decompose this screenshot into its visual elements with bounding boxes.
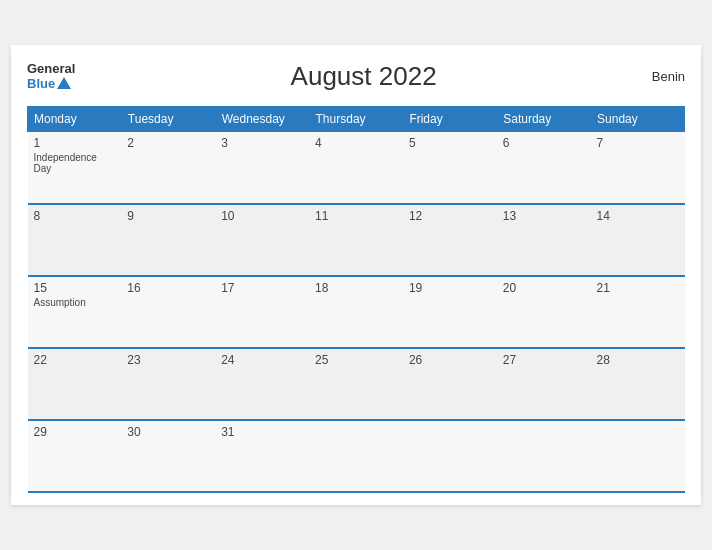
- day-number: 28: [597, 353, 679, 367]
- day-number: 3: [221, 136, 303, 150]
- day-cell: 3: [215, 132, 309, 204]
- day-cell: 5: [403, 132, 497, 204]
- weekday-wednesday: Wednesday: [215, 107, 309, 132]
- day-cell: [497, 420, 591, 492]
- day-number: 11: [315, 209, 397, 223]
- day-number: 27: [503, 353, 585, 367]
- logo-triangle-icon: [57, 77, 71, 89]
- weekday-thursday: Thursday: [309, 107, 403, 132]
- country-label: Benin: [652, 69, 685, 84]
- day-cell: 27: [497, 348, 591, 420]
- weekday-row: Monday Tuesday Wednesday Thursday Friday…: [28, 107, 685, 132]
- day-cell: 29: [28, 420, 122, 492]
- day-cell: [309, 420, 403, 492]
- day-number: 26: [409, 353, 491, 367]
- week-row-5: 293031: [28, 420, 685, 492]
- calendar-container: General Blue August 2022 Benin Monday Tu…: [11, 45, 701, 505]
- day-cell: 15Assumption: [28, 276, 122, 348]
- day-cell: 23: [121, 348, 215, 420]
- day-number: 23: [127, 353, 209, 367]
- week-row-3: 15Assumption161718192021: [28, 276, 685, 348]
- calendar-body: 1Independence Day23456789101112131415Ass…: [28, 132, 685, 492]
- day-cell: 24: [215, 348, 309, 420]
- day-cell: 25: [309, 348, 403, 420]
- day-number: 15: [34, 281, 116, 295]
- day-cell: 6: [497, 132, 591, 204]
- weekday-sunday: Sunday: [591, 107, 685, 132]
- day-number: 16: [127, 281, 209, 295]
- weekday-monday: Monday: [28, 107, 122, 132]
- day-cell: 28: [591, 348, 685, 420]
- day-number: 4: [315, 136, 397, 150]
- week-row-2: 891011121314: [28, 204, 685, 276]
- day-cell: 13: [497, 204, 591, 276]
- day-cell: 9: [121, 204, 215, 276]
- day-cell: 26: [403, 348, 497, 420]
- day-number: 1: [34, 136, 116, 150]
- day-cell: 10: [215, 204, 309, 276]
- day-cell: 4: [309, 132, 403, 204]
- calendar-title: August 2022: [291, 61, 437, 92]
- day-number: 6: [503, 136, 585, 150]
- day-number: 17: [221, 281, 303, 295]
- day-cell: 12: [403, 204, 497, 276]
- day-cell: 14: [591, 204, 685, 276]
- weekday-tuesday: Tuesday: [121, 107, 215, 132]
- day-event: Independence Day: [34, 152, 116, 174]
- week-row-1: 1Independence Day234567: [28, 132, 685, 204]
- day-number: 13: [503, 209, 585, 223]
- day-number: 18: [315, 281, 397, 295]
- day-number: 5: [409, 136, 491, 150]
- day-cell: [591, 420, 685, 492]
- day-number: 7: [597, 136, 679, 150]
- calendar-weekdays: Monday Tuesday Wednesday Thursday Friday…: [28, 107, 685, 132]
- logo-blue-text: Blue: [27, 77, 75, 91]
- day-cell: 22: [28, 348, 122, 420]
- day-number: 30: [127, 425, 209, 439]
- day-cell: 1Independence Day: [28, 132, 122, 204]
- logo-general-text: General: [27, 62, 75, 76]
- day-cell: 30: [121, 420, 215, 492]
- day-cell: 19: [403, 276, 497, 348]
- day-cell: 31: [215, 420, 309, 492]
- day-cell: 18: [309, 276, 403, 348]
- day-number: 12: [409, 209, 491, 223]
- day-number: 14: [597, 209, 679, 223]
- day-cell: 11: [309, 204, 403, 276]
- day-cell: 7: [591, 132, 685, 204]
- day-number: 20: [503, 281, 585, 295]
- weekday-saturday: Saturday: [497, 107, 591, 132]
- day-cell: 16: [121, 276, 215, 348]
- day-number: 25: [315, 353, 397, 367]
- day-number: 24: [221, 353, 303, 367]
- day-number: 9: [127, 209, 209, 223]
- day-cell: 8: [28, 204, 122, 276]
- day-number: 21: [597, 281, 679, 295]
- day-number: 31: [221, 425, 303, 439]
- day-cell: 17: [215, 276, 309, 348]
- day-number: 19: [409, 281, 491, 295]
- week-row-4: 22232425262728: [28, 348, 685, 420]
- day-number: 2: [127, 136, 209, 150]
- day-cell: [403, 420, 497, 492]
- logo: General Blue: [27, 62, 75, 91]
- day-number: 10: [221, 209, 303, 223]
- day-event: Assumption: [34, 297, 116, 308]
- calendar-header: General Blue August 2022 Benin: [27, 61, 685, 92]
- day-cell: 2: [121, 132, 215, 204]
- day-number: 8: [34, 209, 116, 223]
- day-cell: 20: [497, 276, 591, 348]
- day-number: 29: [34, 425, 116, 439]
- day-number: 22: [34, 353, 116, 367]
- weekday-friday: Friday: [403, 107, 497, 132]
- calendar-grid: Monday Tuesday Wednesday Thursday Friday…: [27, 106, 685, 493]
- day-cell: 21: [591, 276, 685, 348]
